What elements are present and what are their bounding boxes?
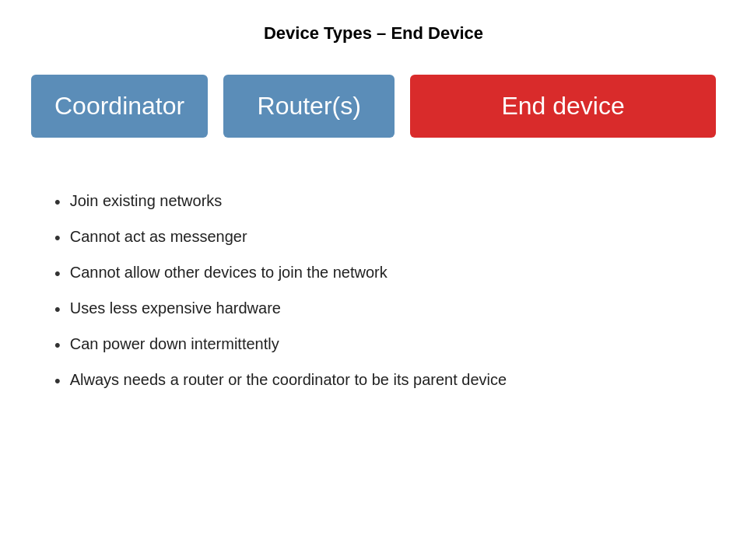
device-types-row: Coordinator Router(s) End device (31, 67, 716, 145)
page-title: Device Types – End Device (264, 23, 483, 43)
list-item: Cannot act as messenger (54, 220, 716, 256)
router-button[interactable]: Router(s) (223, 75, 395, 138)
list-item: Cannot allow other devices to join the n… (54, 256, 716, 292)
list-item: Always needs a router or the coordinator… (54, 363, 716, 399)
end-device-button[interactable]: End device (410, 75, 716, 138)
bullet-list: Join existing networksCannot act as mess… (54, 184, 716, 399)
page-container: Device Types – End Device Coordinator Ro… (0, 0, 747, 560)
list-item: Join existing networks (54, 184, 716, 220)
coordinator-button[interactable]: Coordinator (31, 75, 208, 138)
title-area: Device Types – End Device (31, 16, 716, 67)
list-item: Uses less expensive hardware (54, 292, 716, 327)
list-item: Can power down intermittently (54, 327, 716, 363)
